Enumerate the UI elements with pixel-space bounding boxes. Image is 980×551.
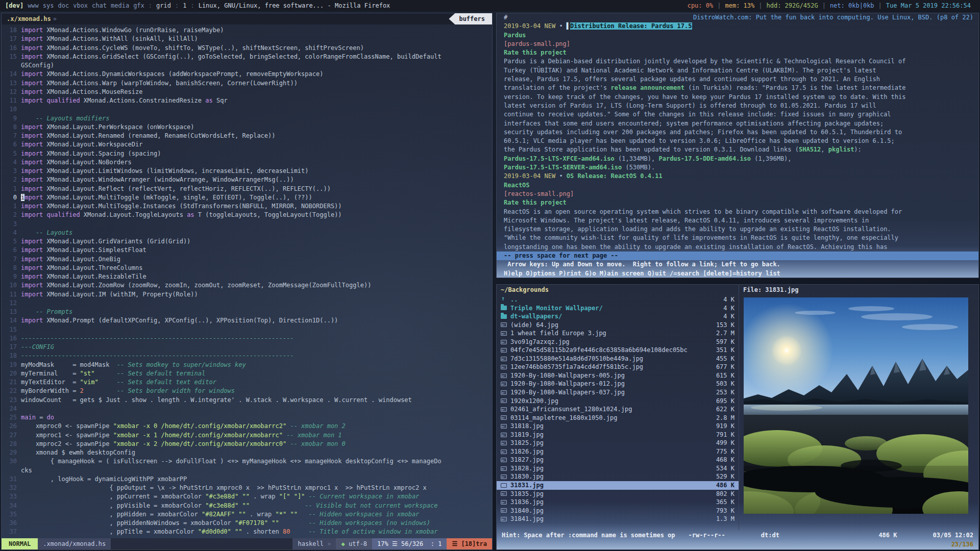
file-row[interactable]: 31840.jpg793 K: [497, 507, 739, 515]
line-number: 13: [2, 308, 21, 316]
file-size: 775 K: [716, 447, 734, 456]
file-name: 03114_mapletree_1680x1050.jpg: [510, 414, 712, 422]
page-title: DistroWatch.com: Put the fun back into c…: [693, 13, 973, 22]
file-size: 615 K: [716, 371, 734, 380]
workspace-gfx[interactable]: gfx: [133, 2, 144, 9]
line-number: 2: [2, 211, 21, 219]
line-number: 28: [2, 440, 21, 448]
file-row[interactable]: 04fc7e45d58115b2a9fe446c8c63858a6b694e10…: [497, 346, 739, 355]
link[interactable]: ReactOS: [504, 182, 530, 189]
file-row[interactable]: 1920-By-1080-Wallpapers-012.jpg503 K: [497, 380, 739, 388]
file-size: 622 K: [716, 405, 734, 414]
file-row[interactable]: 1920x1200.jpg695 K: [497, 397, 739, 406]
file-size: 529 K: [716, 472, 734, 481]
browser-line: [reactos-small.png]: [497, 190, 978, 198]
file-row[interactable]: 12ee746bb85735f1a7a4cd4d7f581b5c.jpg677 …: [497, 363, 739, 371]
file-row[interactable]: 3vo91g7azxqz.jpg597 K: [497, 338, 739, 346]
code-text: import XMonad.Layout.ResizableTile: [21, 272, 492, 281]
link[interactable]: Pardus: [504, 32, 526, 39]
dir-row[interactable]: Triple Monitor Wallpaper/4 K: [497, 304, 739, 313]
buffers-button[interactable]: buffers: [449, 13, 492, 24]
file-row[interactable]: ..4 K: [497, 295, 739, 304]
file-row[interactable]: 1920-By-1080-Wallpapers-005.jpg615 K: [497, 371, 739, 380]
link[interactable]: Pardus-17.5-DDE-amd64.iso: [658, 155, 751, 162]
workspace-vbox[interactable]: vbox: [73, 2, 88, 9]
workspace-sys[interactable]: sys: [43, 2, 54, 9]
line-number: 12: [2, 299, 21, 308]
link[interactable]: SHA512: [799, 146, 821, 153]
line-number: 16: [2, 44, 21, 53]
dir-row[interactable]: dt-wallpapers/4 K: [497, 312, 739, 321]
line-number: 18: [2, 352, 21, 360]
link[interactable]: OS Release: ReactOS 0.4.11: [567, 172, 663, 180]
workspace-chat[interactable]: chat: [92, 2, 107, 9]
browser-line: translation of the project's release ann…: [497, 84, 978, 92]
line-number: 17: [2, 35, 21, 43]
pager-prompt: -- press space for next page --: [497, 252, 978, 260]
link[interactable]: Pardus-17.5-LTS-XFCE-amd64.iso: [504, 155, 615, 162]
file-size: 791 K: [716, 431, 734, 439]
file-row[interactable]: 31825.jpg499 K: [497, 439, 739, 447]
link[interactable]: Rate this project: [504, 199, 567, 206]
file-row[interactable]: 31841.jpg1.3 M: [497, 515, 739, 523]
code-line: 25main = do: [2, 413, 492, 422]
file-row[interactable]: 1920-By-1080-Wallpapers-037.jpg253 K: [497, 388, 739, 397]
file-row[interactable]: 31819.jpg791 K: [497, 431, 739, 439]
separator: :: [190, 2, 194, 9]
line-number: 14: [2, 316, 21, 325]
file-row[interactable]: 31830.jpg529 K: [497, 472, 739, 481]
code-line: 16--------------------------------------…: [2, 334, 492, 343]
code-line: 23windowCount = gets $ Just . show . len…: [2, 396, 492, 405]
file-size: 2.8 M: [716, 414, 734, 422]
file-row[interactable]: (wide) 64.jpg153 K: [497, 321, 739, 330]
code-text: ----------------------------------------…: [21, 334, 492, 343]
code-line: 27 xmproc1 <- spawnPipe "xmobar -x 1 /ho…: [2, 431, 492, 440]
code-text: [21, 105, 492, 114]
image-icon: [501, 500, 507, 505]
code-text: , ppHiddenNoWindows = xmobarColor "#F071…: [21, 519, 492, 528]
body-text: version. To keep track of the changes, y…: [504, 93, 905, 101]
file-row[interactable]: 7d3c13155880e514a8d6d70510be449a.jpg455 …: [497, 355, 739, 363]
file-size: 2.7 M: [716, 329, 734, 338]
code-text: import XMonad.Layout.NoBorders: [21, 158, 492, 167]
workspace-media[interactable]: media: [111, 2, 129, 9]
file-size: 153 K: [716, 321, 734, 330]
browser-title-line: # DistroWatch.com: Put the fun back into…: [497, 13, 978, 22]
browser-line: 2019-03-04 NEW • ▌Distribution Release: …: [497, 22, 978, 31]
file-owner: dt:dt: [761, 532, 779, 539]
line-number: 16: [2, 334, 21, 343]
file-size: 4 K: [723, 295, 734, 304]
code-line: 22myBorderWidth = 2 -- Sets border width…: [2, 387, 492, 395]
vim-filetype: haskell »: [292, 538, 336, 549]
net-stat: net: 0kb|0kb: [830, 2, 874, 9]
file-row[interactable]: 31836.jpg365 K: [497, 498, 739, 507]
code-text: import qualified XMonad.Layout.ToggleLay…: [21, 211, 492, 219]
file-manager-window: ~/Backgrounds ..4 KTriple Monitor Wallpa…: [496, 284, 979, 550]
code-text: import XMonad.Layout.LimitWindows (limit…: [21, 167, 492, 176]
file-row[interactable]: 31818.jpg919 K: [497, 422, 739, 431]
workspace-dev[interactable]: [dev]: [5, 2, 23, 9]
selected-link[interactable]: Distribution Release: Pardus 17.5: [570, 22, 692, 30]
code-line: 28 xmproc2 <- spawnPipe "xmobar -x 2 /ho…: [2, 440, 492, 448]
image-icon: [501, 483, 507, 488]
file-row[interactable]: 31831.jpg486 K: [497, 481, 739, 490]
link[interactable]: release announcement: [611, 84, 685, 91]
vim-buffer[interactable]: 18import XMonad.Actions.WindowGo (runOrR…: [2, 24, 492, 538]
file-row[interactable]: 31826.jpg775 K: [497, 447, 739, 456]
link[interactable]: Rate this project: [504, 49, 567, 56]
workspace-doc[interactable]: doc: [58, 2, 69, 9]
file-row[interactable]: 03114_mapletree_1680x1050.jpg2.8 M: [497, 414, 739, 422]
file-row[interactable]: 31828.jpg534 K: [497, 464, 739, 473]
link[interactable]: Pardus-17.5-LTS-SERVER-amd64.iso: [504, 164, 622, 171]
body-text: interfaces that some end users encounter…: [504, 120, 884, 127]
file-row[interactable]: 02461_africansunset_1280x1024.jpg622 K: [497, 405, 739, 414]
file-row[interactable]: 31835.jpg802 K: [497, 490, 739, 498]
workspace-www[interactable]: www: [28, 2, 39, 9]
file-row[interactable]: 1 wheat field Europe 3.jpg2.7 M: [497, 329, 739, 338]
link[interactable]: pkglist: [828, 146, 854, 153]
line-number: 22: [2, 387, 21, 395]
file-row[interactable]: 31827.jpg468 K: [497, 456, 739, 464]
tab-xmonad-hs[interactable]: .x/xmonad.hs: [2, 13, 53, 24]
code-line: 7import XMonad.Layout.OneBig: [2, 255, 492, 264]
body-text: release, Pardus 17.5, offers several pac…: [504, 76, 880, 83]
